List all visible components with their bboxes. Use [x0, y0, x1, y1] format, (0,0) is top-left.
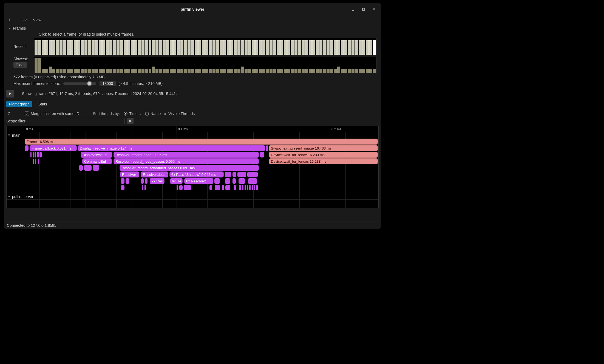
scope-wait-fences[interactable]: Device::wait_for_fences 16.233 ms	[269, 158, 378, 164]
scope-blob[interactable]	[177, 185, 178, 190]
separator	[86, 111, 86, 117]
scope-blob[interactable]	[248, 178, 257, 184]
recent-frames-chart[interactable]	[34, 38, 376, 55]
flamegraph-view[interactable]: 0 ms 0.1 ms 0.2 ms	[6, 126, 379, 208]
scope-blob[interactable]	[37, 152, 39, 157]
visible-threads-toggle[interactable]: ▶ Visible Threads	[165, 111, 195, 116]
scope-frame-callback[interactable]: Frame callback 0.031 ms	[30, 145, 77, 151]
scope-blob[interactable]	[252, 185, 253, 190]
scope-res7x[interactable]: 7x Res	[150, 178, 165, 184]
clear-button[interactable]: Clear	[13, 62, 27, 68]
scope-blob[interactable]	[245, 185, 246, 190]
scope-blob[interactable]	[232, 172, 236, 177]
playback-status: Showing frame #671, 16.7 ms, 2 threads, …	[22, 91, 177, 96]
view-tabs: Flamegraph Stats	[6, 100, 379, 109]
scope-blob[interactable]	[144, 185, 146, 190]
clear-filter-button[interactable]	[127, 118, 134, 124]
scope-blob[interactable]	[260, 152, 264, 157]
scope-blob[interactable]	[256, 185, 258, 190]
scope-blob[interactable]	[38, 159, 39, 164]
chevron-down-icon: ▼	[8, 27, 11, 30]
scope-blob[interactable]	[225, 178, 230, 184]
scope-blob[interactable]	[126, 178, 129, 184]
scope-display-wait[interactable]: Display::wait_fd	[81, 152, 112, 158]
scope-blob[interactable]	[254, 185, 255, 190]
scope-resolve-image[interactable]: Display::resolve_image 0.124 ms	[78, 145, 265, 151]
scope-blob[interactable]	[249, 185, 251, 190]
max-frames-value[interactable]: 18000	[100, 81, 116, 86]
content: ▼ Frames Click to select a frame, or dra…	[4, 24, 381, 222]
scope-blob[interactable]	[33, 152, 34, 157]
scope-resolver-leas[interactable]: Resolver::leas	[141, 171, 168, 177]
scope-blob[interactable]	[225, 172, 231, 177]
scope-blob[interactable]	[225, 185, 230, 190]
thread-main-header[interactable]: ▼ main	[7, 132, 378, 138]
close-button[interactable]	[370, 5, 378, 13]
sort-name-radio[interactable]	[145, 112, 149, 116]
frames-stats: 672 frames (0 unpacked) using approximat…	[13, 75, 376, 79]
slider-thumb[interactable]	[87, 81, 92, 86]
scope-blob[interactable]	[215, 185, 220, 190]
scope-blob[interactable]	[209, 185, 212, 190]
scope-blob[interactable]	[214, 178, 220, 184]
help-button[interactable]: ?	[6, 111, 11, 116]
menu-view[interactable]: View	[30, 17, 44, 23]
scope-blob[interactable]	[30, 152, 32, 157]
scope-blob[interactable]	[234, 185, 236, 190]
scope-blob[interactable]	[247, 172, 258, 177]
menu-file[interactable]: File	[19, 17, 30, 23]
scope-blob[interactable]	[141, 178, 144, 184]
menubar: ✳ File View	[4, 16, 381, 24]
play-button[interactable]	[6, 90, 14, 98]
chevron-right-icon: ▶	[165, 112, 167, 115]
scope-blob[interactable]	[184, 185, 191, 190]
scope-blob[interactable]	[247, 185, 248, 190]
tab-flamegraph[interactable]: Flamegraph	[6, 101, 32, 107]
scope-resolver6x[interactable]: 6x Resolver:	[184, 178, 213, 184]
connection-status: Connected to 127.0.0.1:8585	[7, 223, 56, 228]
scope-wait-fence[interactable]: Device::wait_for_fence 16.233 ms	[269, 152, 378, 158]
maximize-button[interactable]	[359, 5, 368, 13]
scope-blob[interactable]	[33, 159, 34, 164]
scope-filter-label: Scope filter:	[6, 119, 27, 123]
flamegraph-toolbar: ? Merge children with same ID Sort threa…	[6, 109, 379, 117]
scope-blob[interactable]	[266, 145, 268, 151]
thread-puffin-server-header[interactable]: ▼ puffin-server	[7, 194, 378, 200]
scope-record-node-passes[interactable]: Resolver::record_node_passes 0.095 ms	[114, 158, 259, 164]
scope-blob[interactable]	[142, 185, 143, 190]
scope-present-image[interactable]: Swapchain::present_image 16.433 ms	[269, 145, 378, 151]
scope-blob[interactable]	[239, 185, 241, 190]
scope-pass-shadow[interactable]: 6x Pass "Shadow" 0.042 ms	[169, 171, 224, 177]
merge-checkbox[interactable]	[25, 111, 29, 116]
scope-resolver[interactable]: Resolver	[120, 171, 139, 177]
scope-filter-input[interactable]	[29, 118, 125, 124]
slowest-frames-chart[interactable]	[34, 57, 376, 73]
scope-blob[interactable]	[239, 178, 245, 184]
scope-blob[interactable]	[93, 165, 99, 171]
scope-blob[interactable]	[242, 185, 243, 190]
scope-frame[interactable]: Frame 16.596 ms	[25, 139, 378, 145]
scope-blob[interactable]	[79, 165, 83, 171]
scope-blob[interactable]	[121, 178, 124, 184]
scope-cmdbuf[interactable]: CommandBuf	[82, 158, 112, 164]
scope-blob[interactable]	[237, 172, 246, 177]
scope-blob[interactable]	[35, 152, 36, 157]
minimize-button[interactable]	[349, 5, 357, 13]
scope-blob[interactable]	[222, 185, 224, 190]
scope-blob[interactable]	[35, 159, 36, 164]
ruler-tick: 0 ms	[25, 126, 33, 132]
tab-stats[interactable]: Stats	[36, 101, 50, 107]
scope-blob[interactable]	[179, 185, 183, 190]
scope-blob[interactable]	[145, 178, 148, 184]
scope-record-node[interactable]: Resolver::record_node 0.095 ms	[114, 152, 259, 158]
frames-header[interactable]: ▼ Frames	[6, 25, 379, 32]
scope-blob[interactable]	[232, 178, 236, 184]
scope-res6x[interactable]: 6x Res	[170, 178, 183, 184]
scope-record-scheduled[interactable]: Resolver::record_scheduled_passes 0.091 …	[120, 165, 259, 171]
sort-time-radio[interactable]	[124, 112, 127, 116]
scope-blob[interactable]	[25, 145, 29, 151]
scope-blob[interactable]	[84, 165, 92, 171]
scope-blob[interactable]	[121, 185, 124, 190]
max-frames-slider[interactable]	[63, 82, 96, 85]
scope-blob[interactable]	[40, 152, 42, 157]
